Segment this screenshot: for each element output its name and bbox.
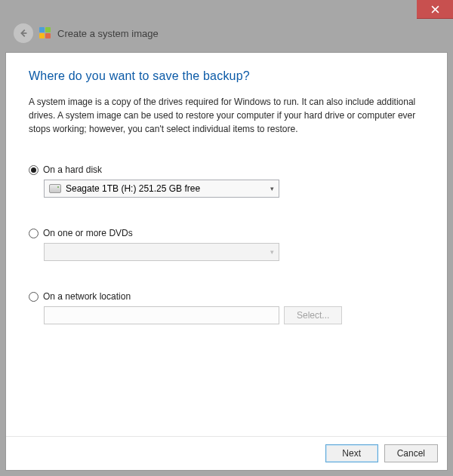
wizard-title: Create a system image [57,28,159,39]
chevron-down-icon: ▾ [270,185,274,192]
windows-logo-icon [39,27,51,39]
network-location-input [44,306,279,324]
close-button[interactable] [417,0,453,19]
page-description: A system image is a copy of the drives r… [29,95,424,136]
radio-hard-disk[interactable]: On a hard disk [29,164,424,175]
option-dvd: On one or more DVDs ▾ [29,228,424,261]
drive-icon [49,184,61,193]
radio-label-hard-disk: On a hard disk [43,164,102,175]
radio-label-dvd: On one or more DVDs [43,228,133,238]
next-button[interactable]: Next [325,444,378,462]
option-hard-disk: On a hard disk Seagate 1TB (H:) 251.25 G… [29,164,424,198]
wizard-window: Create a system image Where do you want … [0,0,453,476]
header-row: Create a system image [0,19,453,52]
page-heading: Where do you want to save the backup? [29,69,424,83]
select-network-button: Select... [284,306,342,324]
option-network: On a network location Select... [29,291,424,324]
chevron-down-icon: ▾ [270,248,274,256]
dvd-select-combo: ▾ [44,243,279,261]
radio-icon [29,165,39,175]
radio-icon [29,229,39,238]
cancel-button[interactable]: Cancel [384,444,438,462]
footer: Next Cancel [6,436,447,470]
radio-network[interactable]: On a network location [29,291,424,302]
radio-icon [29,292,39,302]
arrow-left-icon [18,28,29,38]
radio-label-network: On a network location [43,291,131,302]
titlebar [0,0,453,19]
close-icon [431,5,439,14]
selected-drive-label: Seagate 1TB (H:) 251.25 GB free [66,183,200,194]
back-button[interactable] [14,23,33,43]
content-pane: Where do you want to save the backup? A … [5,52,448,471]
radio-dvd[interactable]: On one or more DVDs [29,228,424,238]
drive-select-combo[interactable]: Seagate 1TB (H:) 251.25 GB free ▾ [44,180,279,198]
